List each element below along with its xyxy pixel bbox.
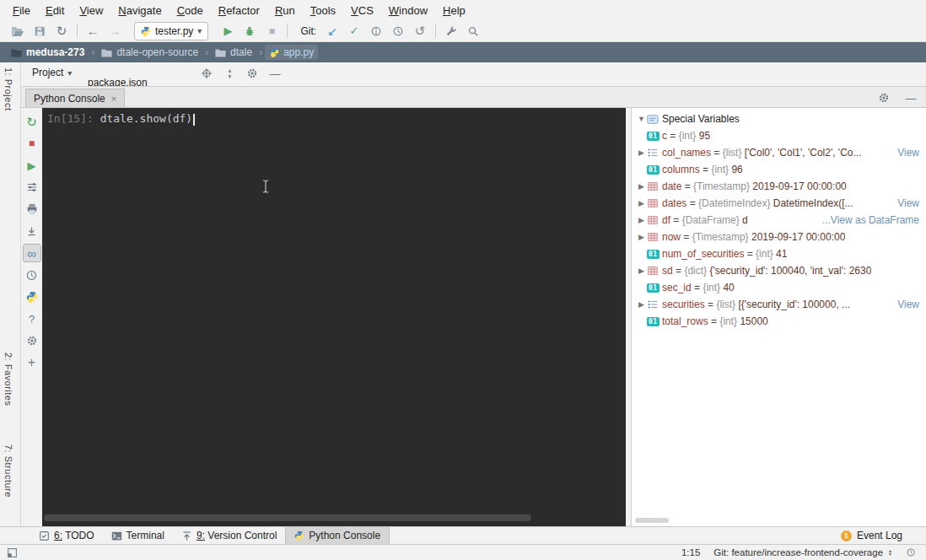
menu-tools[interactable]: Tools xyxy=(303,3,343,19)
variable-row-now[interactable]: ▶now = {Timestamp} 2019-09-17 00:00:00 xyxy=(632,229,926,245)
variable-row-df[interactable]: ▶df = {DataFrame} d...View as DataFrame xyxy=(632,212,926,229)
variable-text: df = {DataFrame} d xyxy=(662,214,748,226)
git-commit-icon[interactable]: ✓ xyxy=(343,22,365,40)
tree-collapsed-icon[interactable]: ▶ xyxy=(636,300,647,309)
tool-window-tab-9-version-control[interactable]: 9: Version Control xyxy=(173,527,285,544)
tree-expanded-icon[interactable]: ▼ xyxy=(636,115,647,123)
rerun-icon[interactable]: ↻ xyxy=(23,112,41,131)
git-compare-icon[interactable] xyxy=(365,22,387,40)
open-folder-icon[interactable] xyxy=(7,22,29,40)
caret-position[interactable]: 1:15 xyxy=(681,547,700,557)
git-history-icon[interactable] xyxy=(387,22,409,40)
search-icon[interactable] xyxy=(462,22,484,40)
equals-sign: = xyxy=(744,248,756,260)
locate-icon[interactable] xyxy=(198,65,215,82)
hide-icon[interactable]: — xyxy=(902,89,919,106)
console-input-line: In[15]: dtale.show(df) xyxy=(47,112,195,126)
variable-row-sd[interactable]: ▶sd = {dict} {'security_id': 100040, 'in… xyxy=(632,262,926,279)
settings-icon[interactable] xyxy=(875,89,892,106)
menu-help[interactable]: Help xyxy=(435,3,473,19)
special-variables-label: Special Variables xyxy=(662,113,740,125)
variable-row-securities[interactable]: ▶securities = {list} [{'security_id': 10… xyxy=(632,296,926,313)
breadcrumb-item-dtale-open-source[interactable]: dtale-open-source xyxy=(97,45,202,60)
list-type-icon xyxy=(647,147,662,159)
history-icon[interactable] xyxy=(23,266,41,284)
tree-collapsed-icon[interactable]: ▶ xyxy=(636,199,647,207)
menu-edit[interactable]: Edit xyxy=(38,3,72,19)
menu-window[interactable]: Window xyxy=(381,3,435,19)
tab-label: Terminal xyxy=(127,530,164,541)
tool-window-tab-python-console[interactable]: Python Console xyxy=(285,527,390,544)
menu-navigate[interactable]: Navigate xyxy=(110,3,169,19)
add-icon[interactable]: + xyxy=(23,353,41,372)
settings-icon[interactable] xyxy=(23,331,41,350)
menu-vcs[interactable]: VCS xyxy=(343,3,381,19)
tool-window-tab-6-todo[interactable]: 6: TODO xyxy=(30,527,103,544)
event-log-button[interactable]: 1 Event Log xyxy=(841,530,902,541)
execute-icon[interactable] xyxy=(23,178,41,197)
variable-row-total_rows[interactable]: 01total_rows = {int} 15000 xyxy=(632,313,926,330)
console-horizontal-scrollbar[interactable] xyxy=(44,514,531,521)
tree-collapsed-icon[interactable]: ▶ xyxy=(636,182,647,191)
breadcrumb-item-dtale[interactable]: dtale xyxy=(211,45,256,60)
git-update-icon[interactable]: ↙ xyxy=(321,22,343,40)
tool-window-toggle-icon[interactable] xyxy=(7,547,18,558)
close-icon[interactable]: × xyxy=(111,94,116,104)
variable-row-c[interactable]: 01c = {int} 95 xyxy=(632,127,926,144)
tool-window-button-project[interactable]: 1: Project xyxy=(3,67,13,110)
scroll-end-icon[interactable] xyxy=(23,222,41,240)
forward-icon[interactable]: → xyxy=(104,22,126,40)
run-icon[interactable]: ▶ xyxy=(217,22,239,40)
tool-window-button-structure[interactable]: 7: Structure xyxy=(3,444,13,498)
view-link[interactable]: View xyxy=(892,299,919,310)
sync-icon[interactable]: ↻ xyxy=(51,22,73,40)
run-config-selector[interactable]: tester.py▾ xyxy=(134,22,208,40)
menu-refactor[interactable]: Refactor xyxy=(211,3,267,19)
view-link[interactable]: View xyxy=(892,147,919,159)
menu-code[interactable]: Code xyxy=(170,3,211,19)
stop-icon[interactable]: ■ xyxy=(261,22,283,40)
tool-window-button-favorites[interactable]: 2: Favorites xyxy=(3,353,13,406)
tree-collapsed-icon[interactable]: ▶ xyxy=(636,233,647,241)
collapse-all-icon[interactable] xyxy=(221,65,238,82)
variable-row-dates[interactable]: ▶dates = {DatetimeIndex} DatetimeIndex([… xyxy=(632,195,926,212)
variables-horizontal-scrollbar[interactable] xyxy=(635,518,669,523)
breadcrumb-item-app.py[interactable]: app.py xyxy=(265,45,318,60)
tree-collapsed-icon[interactable]: ▶ xyxy=(636,216,647,224)
git-branch-widget[interactable]: Git: feature/increase-frontend-coverage … xyxy=(713,547,892,557)
project-tree-item-package-json[interactable]: package.json xyxy=(84,77,148,87)
tree-collapsed-icon[interactable]: ▶ xyxy=(636,148,647,157)
tool-window-tab-terminal[interactable]: Terminal xyxy=(103,527,173,544)
menu-view[interactable]: View xyxy=(72,3,110,19)
view-link[interactable]: View xyxy=(892,197,919,209)
tab-python-console[interactable]: Python Console × xyxy=(25,89,125,107)
play-icon[interactable]: ▶ xyxy=(23,156,41,175)
variable-row-num_of_securities[interactable]: 01num_of_securities = {int} 41 xyxy=(632,245,926,262)
soft-wrap-icon[interactable]: ∞ xyxy=(23,244,41,262)
hide-icon[interactable]: — xyxy=(266,65,283,82)
menu-file[interactable]: File xyxy=(5,3,38,19)
project-panel-selector[interactable]: Project ▾ xyxy=(32,67,72,78)
project-folder-icon xyxy=(11,48,22,57)
settings-icon[interactable] xyxy=(244,65,261,82)
help-icon[interactable]: ? xyxy=(23,310,41,328)
variable-row-col_names[interactable]: ▶col_names = {list} ['Col0', 'Col1', 'Co… xyxy=(632,144,926,161)
text-caret xyxy=(193,114,195,126)
menu-run[interactable]: Run xyxy=(267,3,303,19)
save-icon[interactable] xyxy=(29,22,51,40)
debug-icon[interactable] xyxy=(239,22,261,40)
variable-row-columns[interactable]: 01columns = {int} 96 xyxy=(632,161,926,178)
back-icon[interactable]: ← xyxy=(82,22,104,40)
breadcrumb-item-medusa-273[interactable]: medusa-273 xyxy=(7,45,89,60)
python-console-editor[interactable]: In[15]: dtale.show(df) xyxy=(42,108,626,526)
python-pkg-icon[interactable] xyxy=(23,288,41,306)
stop-red-icon[interactable]: ■ xyxy=(23,134,41,153)
variable-row-sec_id[interactable]: 01sec_id = {int} 40 xyxy=(632,279,926,296)
tree-collapsed-icon[interactable]: ▶ xyxy=(636,267,647,275)
variables-root-row[interactable]: ▼Special Variables xyxy=(632,110,926,127)
print-icon[interactable] xyxy=(23,200,41,218)
git-rollback-icon[interactable]: ↺ xyxy=(409,22,431,40)
variable-row-date[interactable]: ▶date = {Timestamp} 2019-09-17 00:00:00 xyxy=(632,178,926,195)
view-link[interactable]: ...View as DataFrame xyxy=(817,214,919,226)
wrench-icon[interactable] xyxy=(440,22,462,40)
